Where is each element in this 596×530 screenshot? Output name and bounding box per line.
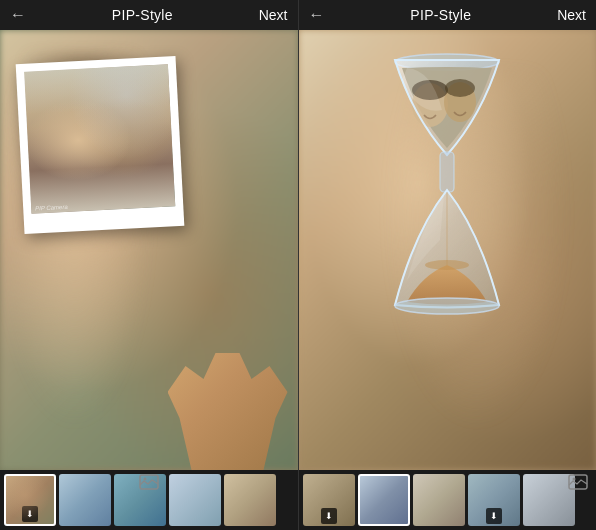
- right-panel: [298, 30, 597, 470]
- gallery-strip: ⬇ ⬇ ⬇: [0, 470, 596, 530]
- left-gallery-thumb-4[interactable]: [169, 474, 221, 526]
- left-back-button[interactable]: ←: [10, 6, 26, 24]
- right-gallery-thumb-4[interactable]: ⬇: [468, 474, 520, 526]
- right-gallery-thumb-3[interactable]: [413, 474, 465, 526]
- hand-element: [168, 340, 288, 470]
- right-gallery-thumb-5[interactable]: [523, 474, 575, 526]
- left-download-badge-1[interactable]: ⬇: [22, 506, 38, 522]
- right-gallery-thumb-1[interactable]: ⬇: [303, 474, 355, 526]
- right-download-badge-1[interactable]: ⬇: [321, 508, 337, 524]
- left-panel-bg: PIP Camera: [0, 30, 298, 470]
- hourglass-svg: [382, 50, 512, 330]
- right-gallery-add-icon[interactable]: [568, 474, 588, 490]
- top-bars: ← PIP-Style Next ← PIP-Style Next: [0, 0, 596, 30]
- left-top-bar: ← PIP-Style Next: [0, 0, 298, 30]
- right-panel-bg: [299, 30, 597, 470]
- left-gallery-add-icon[interactable]: [139, 474, 159, 490]
- right-gallery: ⬇ ⬇: [298, 470, 597, 530]
- left-gallery: ⬇: [0, 470, 298, 530]
- left-next-button[interactable]: Next: [259, 7, 288, 23]
- svg-rect-5: [440, 152, 454, 192]
- svg-point-4: [445, 79, 475, 97]
- polaroid-frame[interactable]: PIP Camera: [16, 56, 185, 234]
- svg-point-10: [143, 478, 146, 481]
- main-content: PIP Camera: [0, 30, 596, 470]
- watermark-text: PIP Camera: [35, 204, 68, 212]
- left-gallery-thumb-1[interactable]: ⬇: [4, 474, 56, 526]
- polaroid-photo: PIP Camera: [24, 64, 175, 213]
- right-bar-title: PIP-Style: [410, 7, 471, 23]
- left-panel: PIP Camera: [0, 30, 298, 470]
- left-bar-title: PIP-Style: [112, 7, 173, 23]
- right-download-badge-4[interactable]: ⬇: [486, 508, 502, 524]
- left-gallery-thumb-2[interactable]: [59, 474, 111, 526]
- right-gallery-thumb-2[interactable]: [358, 474, 410, 526]
- right-back-button[interactable]: ←: [309, 6, 325, 24]
- right-next-button[interactable]: Next: [557, 7, 586, 23]
- hourglass-wrap: [382, 50, 512, 330]
- svg-point-7: [395, 298, 499, 314]
- left-gallery-thumb-5[interactable]: [224, 474, 276, 526]
- svg-point-12: [573, 478, 576, 481]
- right-top-bar: ← PIP-Style Next: [298, 0, 597, 30]
